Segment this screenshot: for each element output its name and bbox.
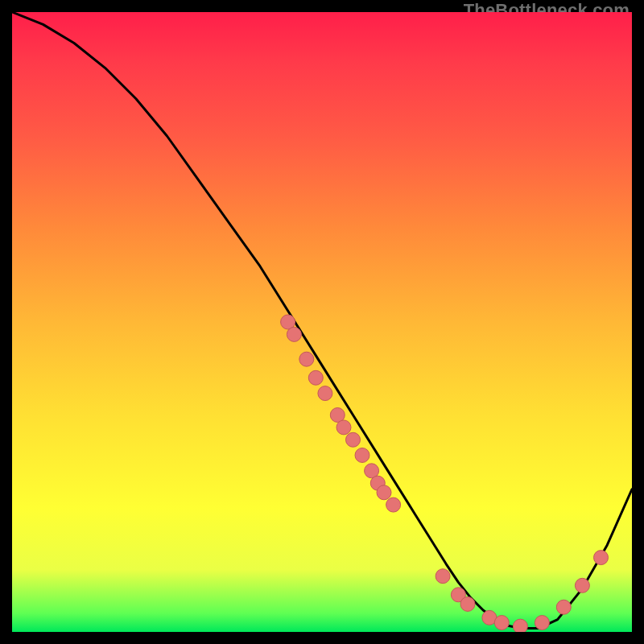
data-point bbox=[436, 569, 450, 584]
data-point bbox=[299, 352, 314, 366]
data-point bbox=[287, 327, 301, 341]
plot-area bbox=[12, 12, 632, 632]
data-points-group bbox=[281, 315, 609, 632]
data-point bbox=[386, 497, 401, 512]
chart-stage: TheBottleneck.com bbox=[0, 0, 644, 644]
bottleneck-chart-svg bbox=[12, 12, 632, 632]
data-point bbox=[535, 616, 549, 630]
data-point bbox=[355, 448, 369, 463]
data-point bbox=[336, 420, 351, 435]
data-point bbox=[460, 597, 475, 611]
data-point bbox=[377, 485, 391, 500]
bottleneck-curve bbox=[12, 12, 632, 628]
data-point bbox=[308, 370, 323, 385]
data-point bbox=[346, 432, 361, 447]
data-point bbox=[494, 616, 509, 630]
data-point bbox=[556, 600, 571, 614]
data-point bbox=[513, 619, 527, 632]
data-point bbox=[594, 551, 609, 565]
data-point bbox=[575, 578, 589, 592]
data-point bbox=[318, 386, 332, 401]
